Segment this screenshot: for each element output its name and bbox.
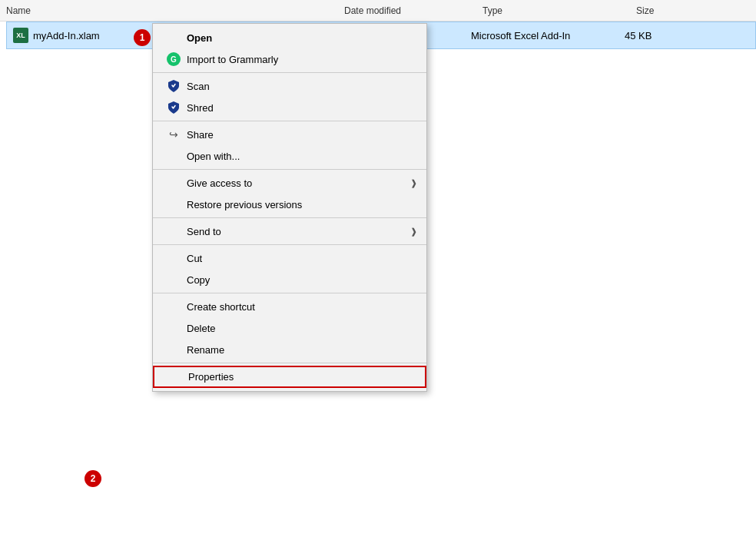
menu-properties-label: Properties [188,371,234,383]
menu-rename-label: Rename [187,344,224,356]
share-icon-area: ↪ [164,128,184,141]
divider-4 [153,217,426,218]
send-to-arrow-icon: ❱ [410,227,417,237]
file-type: Microsoft Excel Add-In [471,30,625,41]
divider-1 [153,72,426,73]
menu-item-delete[interactable]: Delete [153,317,426,339]
menu-item-create-shortcut[interactable]: Create shortcut [153,296,426,317]
menu-item-open[interactable]: Open [153,27,426,48]
shred-icon-area [164,101,184,114]
menu-item-scan[interactable]: Scan [153,75,426,97]
scan-icon-area [164,80,184,92]
share-icon: ↪ [169,128,178,141]
menu-item-grammarly[interactable]: G Import to Grammarly [153,48,426,70]
file-size: 45 KB [625,30,686,41]
divider-3 [153,169,426,170]
malwarebytes-shred-icon [168,101,179,114]
give-access-arrow-icon: ❱ [410,178,417,188]
menu-scan-label: Scan [187,81,210,92]
menu-item-rename[interactable]: Rename [153,339,426,360]
grammarly-icon-area: G [164,52,184,66]
menu-item-give-access[interactable]: Give access to ❱ [153,172,426,194]
col-header-size: Size [636,5,698,16]
menu-item-properties[interactable]: Properties [153,366,426,388]
col-header-date: Date modified [344,5,482,16]
menu-shred-label: Shred [187,102,214,114]
menu-cut-label: Cut [187,253,202,264]
menu-open-with-label: Open with... [187,151,240,162]
menu-item-cut[interactable]: Cut [153,247,426,269]
menu-item-open-with[interactable]: Open with... [153,145,426,167]
malwarebytes-scan-icon [168,80,179,92]
step-2-badge: 2 [85,470,101,487]
menu-grammarly-label: Import to Grammarly [187,54,278,65]
menu-item-shred[interactable]: Shred [153,97,426,118]
divider-2 [153,121,426,121]
file-type-icon: XL [13,28,28,43]
menu-item-copy[interactable]: Copy [153,269,426,290]
explorer-window: Name Date modified Type Size 1 XL myAdd-… [0,0,756,537]
col-header-type: Type [482,5,636,16]
divider-7 [153,363,426,363]
context-menu: Open G Import to Grammarly Scan [152,23,427,392]
menu-restore-label: Restore previous versions [187,199,302,210]
menu-give-access-label: Give access to [187,177,252,189]
menu-delete-label: Delete [187,323,216,334]
menu-item-send-to[interactable]: Send to ❱ [153,220,426,242]
divider-5 [153,244,426,245]
col-header-name: Name [6,5,344,16]
menu-create-shortcut-label: Create shortcut [187,301,255,313]
step-1-badge: 1 [134,29,151,46]
column-headers: Name Date modified Type Size [0,0,756,22]
menu-item-share[interactable]: ↪ Share [153,124,426,145]
menu-share-label: Share [187,129,214,141]
divider-6 [153,293,426,293]
menu-copy-label: Copy [187,274,210,286]
grammarly-icon: G [167,52,181,66]
menu-send-to-label: Send to [187,226,221,237]
menu-open-label: Open [187,32,212,44]
menu-item-restore[interactable]: Restore previous versions [153,194,426,215]
